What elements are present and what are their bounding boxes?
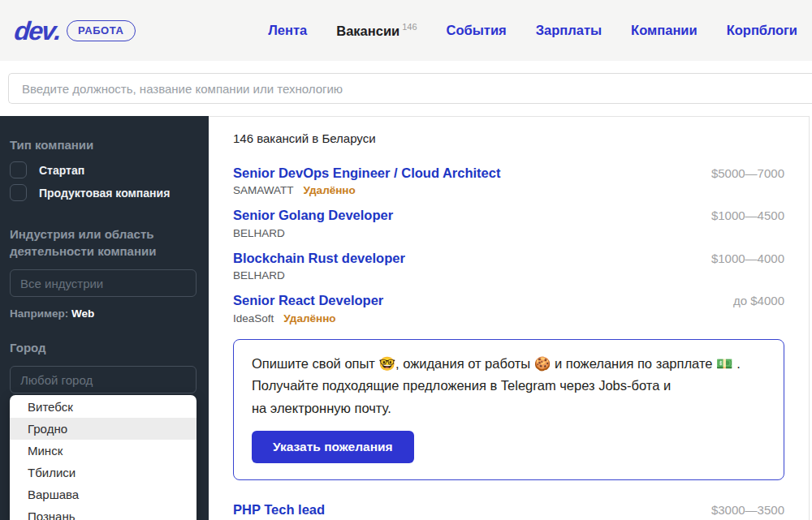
job-info: Blockchain Rust developer BELHARD [233,250,405,281]
jobs-list-bottom: PHP Tech lead ООО "Авидакэ" $3000—3500 S… [233,501,784,520]
nav-item-label: Корпблоги [727,23,797,37]
nav-item-label: Вакансии [336,24,400,38]
banner-text: Опишите свой опыт 🤓, ожидания от работы … [252,353,766,420]
job-company: BELHARD [233,269,285,281]
job-remote-badge: Удалённо [283,312,335,324]
job-salary: до $4000 [733,292,784,307]
job-meta: IdeaSoft Удалённо [233,312,383,324]
main-nav: Лента Вакансии146 События Зарплаты Компа… [268,22,804,39]
jobs-list-top: Senior DevOps Engineer / Cloud Architect… [233,165,784,324]
industry-input[interactable] [10,269,197,297]
job-row: PHP Tech lead ООО "Авидакэ" $3000—3500 [233,501,784,520]
job-info: Senior DevOps Engineer / Cloud Architect… [233,165,500,196]
nav-item-label: Лента [268,23,307,37]
job-title-link[interactable]: Blockchain Rust developer [233,250,405,267]
site-logo[interactable]: dev. РАБОТА [15,18,136,44]
job-row: Senior DevOps Engineer / Cloud Architect… [233,165,784,196]
job-salary: $1000—4000 [711,250,784,265]
checkbox[interactable] [10,184,27,201]
nav-item-label: Компании [631,23,698,37]
filter-checkbox-row[interactable]: Продуктовая компания [10,184,197,201]
city-option-label: Варшава [28,488,79,501]
checkbox-label: Стартап [39,164,84,177]
city-option[interactable]: Варшава [10,483,197,505]
hint-prefix: Например: [10,307,68,320]
nav-item[interactable]: Вакансии146 [336,22,417,39]
job-row: Senior Golang Developer BELHARD $1000—45… [233,207,784,239]
industry-hint: Например: Web [10,307,197,320]
telegram-banner: Опишите свой опыт 🤓, ожидания от работы … [233,339,784,481]
city-option-label: Витебск [28,400,73,414]
jobs-panel: 146 вакансий в Беларуси Senior DevOps En… [209,116,810,520]
vacancies-count-badge: 146 [402,22,417,32]
city-label: Город [10,339,197,356]
company-type-options: Стартап Продуктовая компания [10,161,197,201]
job-title-link[interactable]: Senior DevOps Engineer / Cloud Architect [233,165,500,182]
job-info: Senior Golang Developer BELHARD [233,207,393,239]
job-company: BELHARD [233,227,285,239]
city-option[interactable]: Минск [10,440,197,462]
city-input[interactable] [10,366,197,393]
nav-item[interactable]: Корпблоги [727,23,797,38]
nav-item[interactable]: Зарплаты [536,23,602,38]
job-title-link[interactable]: Senior Golang Developer [233,207,393,224]
company-type-label: Тип компании [10,136,197,153]
banner-line-3: на электронную почту. [252,401,391,415]
job-company: IdeaSoft [233,312,274,324]
banner-line-2: Получайте подходящие предложения в Teleg… [252,378,671,393]
nav-item-label: Зарплаты [536,23,602,37]
job-company: SAMAWATT [233,184,294,196]
checkbox-label: Продуктовая компания [39,187,170,200]
city-dropdown: Витебск Гродно Минск Тбилиси Варшава Поз… [10,395,197,520]
results-summary: 146 вакансий в Беларуси [233,131,784,145]
city-option-label: Познань [28,509,76,520]
content-row: Тип компании Стартап Продуктовая компани… [0,116,812,520]
page: dev. РАБОТА Лента Вакансии146 События За… [0,0,812,520]
job-salary: $1000—4500 [711,207,784,222]
job-meta: SAMAWATT Удалённо [233,184,500,196]
hint-example: Web [71,307,94,320]
filters-sidebar: Тип компании Стартап Продуктовая компани… [0,116,209,520]
logo-script: dev. [13,18,63,44]
city-option[interactable]: Тбилиси [10,462,197,483]
city-option[interactable]: Познань [10,505,197,520]
job-remote-badge: Удалённо [304,184,356,196]
industry-label: Индустрия или область деятельности компа… [10,226,197,260]
city-option[interactable]: Гродно [10,418,197,440]
nav-item[interactable]: Компании [631,23,698,38]
city-option[interactable]: Витебск [10,396,197,418]
set-preferences-button[interactable]: Указать пожелания [252,431,414,463]
nav-item[interactable]: Лента [268,23,307,38]
banner-line-1: Опишите свой опыт 🤓, ожидания от работы … [252,356,741,371]
job-row: Blockchain Rust developer BELHARD $1000—… [233,250,784,281]
city-option-label: Тбилиси [28,466,76,479]
city-option-label: Минск [28,444,63,458]
checkbox[interactable] [10,161,27,178]
job-info: Senior React Developer IdeaSoft Удалённо [233,292,383,324]
nav-item-label: События [447,23,507,37]
top-header: dev. РАБОТА Лента Вакансии146 События За… [0,0,812,61]
search-input[interactable] [8,73,812,104]
filter-checkbox-row[interactable]: Стартап [10,161,197,178]
logo-badge: РАБОТА [67,20,135,41]
job-salary: $5000—7000 [711,165,784,180]
job-info: PHP Tech lead ООО "Авидакэ" [233,501,325,520]
job-salary: $3000—3500 [711,501,784,517]
job-meta: BELHARD [233,269,405,281]
job-title-link[interactable]: Senior React Developer [233,292,383,309]
nav-item[interactable]: События [447,23,507,38]
search-section [0,61,812,116]
job-title-link[interactable]: PHP Tech lead [233,501,325,518]
job-meta: BELHARD [233,227,393,239]
city-option-label: Гродно [28,422,67,436]
job-row: Senior React Developer IdeaSoft Удалённо… [233,292,784,324]
